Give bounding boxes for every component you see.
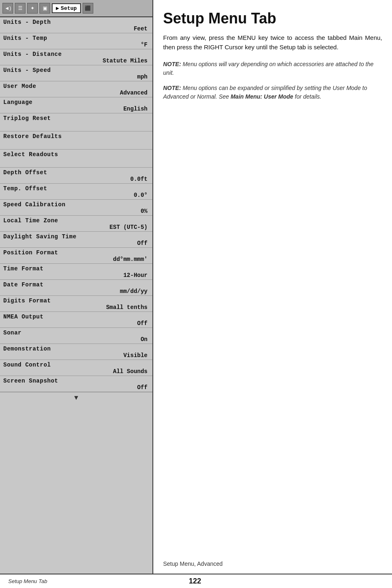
item-value: 0% — [3, 208, 149, 214]
item-label: Date Format — [3, 281, 149, 288]
list-item[interactable]: Restore Defaults — [0, 131, 152, 150]
item-label: Sound Control — [3, 362, 149, 368]
list-item[interactable]: Units - Distance Statute Miles — [0, 49, 152, 65]
list-item[interactable]: Triplog Reset — [0, 113, 152, 131]
note2-suffix: for details. — [293, 93, 321, 100]
list-item[interactable]: Sonar On — [0, 328, 152, 344]
item-value: On — [3, 336, 149, 343]
item-label: Triplog Reset — [3, 115, 149, 122]
note2-label: NOTE: — [163, 85, 181, 91]
item-value: 0.0ft — [3, 176, 149, 182]
scroll-down-arrow[interactable]: ▼ — [0, 392, 152, 403]
list-item[interactable]: Units - Speed mph — [0, 65, 152, 81]
item-label: Units - Speed — [3, 67, 149, 74]
page-title: Setup Menu Tab — [163, 10, 382, 27]
toolbar: ◄) ☰ ✦ ▣ ▶ Setup ⬛ — [0, 0, 152, 17]
item-value: Small tenths — [3, 304, 149, 311]
item-value: Statute Miles — [3, 58, 149, 64]
note1: NOTE: Menu options will vary depending o… — [163, 60, 382, 77]
item-label: NMEA Output — [3, 314, 149, 320]
list-item[interactable]: Language English — [0, 97, 152, 113]
menu-icon[interactable]: ☰ — [15, 3, 25, 14]
item-value: °F — [3, 42, 149, 48]
item-label: Sonar — [3, 330, 149, 336]
note1-label: NOTE: — [163, 61, 181, 67]
item-label: Restore Defaults — [3, 133, 149, 140]
settings-icon[interactable]: ✦ — [27, 3, 38, 14]
item-value: Off — [3, 320, 149, 327]
list-item[interactable]: Position Format dd°mm.mmm' — [0, 248, 152, 264]
list-item[interactable]: Depth Offset 0.0ft — [0, 168, 152, 184]
item-value: mm/dd/yy — [3, 288, 149, 295]
menu-list: Units - Depth Feet Units - Temp °F Units… — [0, 17, 152, 574]
list-item[interactable]: Units - Depth Feet — [0, 17, 152, 33]
list-item[interactable]: Speed Calibration 0% — [0, 200, 152, 216]
item-value: Advanced — [3, 90, 149, 96]
item-label: Language — [3, 99, 149, 106]
list-item[interactable]: Temp. Offset 0.0° — [0, 184, 152, 200]
item-label: Units - Distance — [3, 51, 149, 58]
item-label: Position Format — [3, 249, 149, 256]
note2-link: Main Menu: User Mode — [231, 93, 293, 100]
footer-page-number: 122 — [189, 577, 201, 586]
note2: NOTE: Menu options can be expanded or si… — [163, 84, 382, 101]
map-icon[interactable]: ▣ — [39, 3, 50, 14]
image-caption: Setup Menu, Advanced — [163, 554, 382, 567]
left-panel: ◄) ☰ ✦ ▣ ▶ Setup ⬛ Units - Depth Feet Un… — [0, 0, 153, 574]
list-item[interactable]: Digits Format Small tenths — [0, 296, 152, 312]
item-value: 0.0° — [3, 192, 149, 198]
item-value: dd°mm.mmm' — [3, 256, 149, 263]
item-label: Screen Snapshot — [3, 378, 149, 384]
item-value: 12-Hour — [3, 272, 149, 279]
footer: Setup Menu Tab 122 — [0, 574, 392, 588]
item-value: Visible — [3, 352, 149, 359]
right-panel: Setup Menu Tab From any view, press the … — [153, 0, 392, 574]
item-value: EST (UTC-5) — [3, 224, 149, 231]
item-label: Units - Depth — [3, 19, 149, 25]
item-value: Off — [3, 384, 149, 391]
setup-tab[interactable]: ▶ Setup — [52, 3, 81, 13]
tab-label: Setup — [61, 5, 77, 12]
camera-icon[interactable]: ⬛ — [83, 3, 93, 14]
item-value: mph — [3, 74, 149, 80]
item-value: Feet — [3, 25, 149, 32]
list-item[interactable]: Demonstration Visible — [0, 344, 152, 360]
list-item[interactable]: Local Time Zone EST (UTC-5) — [0, 216, 152, 232]
list-item[interactable]: NMEA Output Off — [0, 312, 152, 328]
item-label: Speed Calibration — [3, 201, 149, 208]
item-label: Local Time Zone — [3, 217, 149, 224]
list-item[interactable]: User Mode Advanced — [0, 81, 152, 97]
item-label: Select Readouts — [3, 151, 149, 158]
list-item[interactable]: Screen Snapshot Off — [0, 376, 152, 392]
list-item[interactable]: Select Readouts — [0, 150, 152, 168]
list-item[interactable]: Sound Control All Sounds — [0, 360, 152, 376]
list-item[interactable]: Daylight Saving Time Off — [0, 232, 152, 248]
tab-arrow-left: ▶ — [56, 5, 59, 12]
item-label: Demonstration — [3, 346, 149, 352]
item-value: English — [3, 106, 149, 112]
item-label: Depth Offset — [3, 169, 149, 176]
note1-text: Menu options will vary depending on whic… — [163, 61, 374, 76]
list-item[interactable]: Time Format 12-Hour — [0, 264, 152, 280]
item-label: Units - Temp — [3, 35, 149, 42]
description-text: From any view, press the MENU key twice … — [163, 33, 382, 52]
list-item[interactable]: Units - Temp °F — [0, 33, 152, 49]
footer-left: Setup Menu Tab — [8, 578, 47, 584]
item-label: Time Format — [3, 265, 149, 272]
item-value: All Sounds — [3, 368, 149, 375]
back-icon[interactable]: ◄) — [2, 3, 13, 14]
item-label: User Mode — [3, 83, 149, 90]
list-item[interactable]: Date Format mm/dd/yy — [0, 280, 152, 296]
item-label: Daylight Saving Time — [3, 233, 149, 240]
item-label: Temp. Offset — [3, 185, 149, 192]
item-label: Digits Format — [3, 297, 149, 304]
item-value: Off — [3, 240, 149, 247]
